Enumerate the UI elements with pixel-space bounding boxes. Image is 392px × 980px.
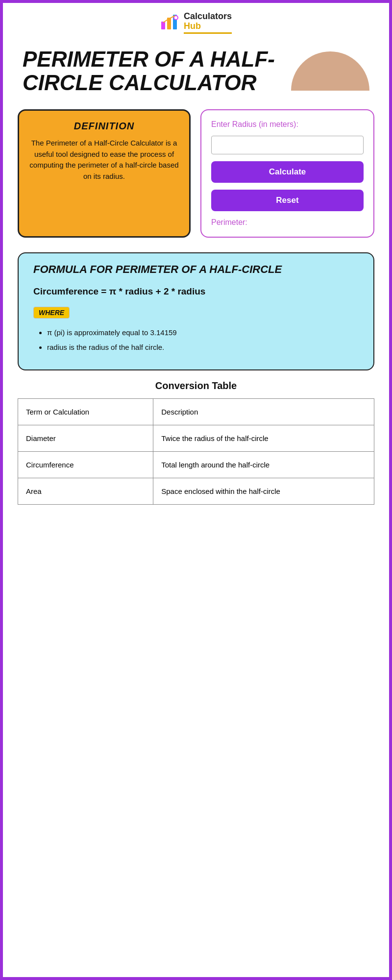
conversion-table: Term or Calculation Description Diameter… [18, 398, 374, 505]
formula-section: FORMULA FOR PERIMETER OF A HALF-CIRCLE C… [18, 252, 374, 370]
row2-desc: Total length around the half-circle [153, 451, 374, 478]
header-desc: Description [153, 398, 374, 425]
svg-rect-0 [161, 22, 165, 29]
row2-term: Circumference [18, 451, 153, 478]
title-section: PERIMETER OF A HALF-CIRCLE CALCULATOR [3, 39, 389, 100]
where-badge: WHERE [33, 307, 70, 318]
logo-text: Calculators Hub [184, 12, 232, 34]
row3-desc: Space enclosed within the half-circle [153, 478, 374, 504]
page-title: PERIMETER OF A HALF-CIRCLE CALCULATOR [23, 48, 281, 95]
row1-term: Diameter [18, 425, 153, 451]
formula-heading: FORMULA FOR PERIMETER OF A HALF-CIRCLE [33, 263, 359, 276]
formula-bullet-1: π (pi) is approximately equal to 3.14159 [47, 325, 359, 340]
row1-desc: Twice the radius of the half-circle [153, 425, 374, 451]
table-row: Area Space enclosed within the half-circ… [18, 478, 374, 504]
formula-list: π (pi) is approximately equal to 3.14159… [33, 325, 359, 355]
table-row: Circumference Total length around the ha… [18, 451, 374, 478]
logo-calculators-text: Calculators [184, 12, 232, 22]
half-circle-decoration [291, 51, 369, 91]
calculator-box: Enter Radius (in meters): Calculate Rese… [200, 109, 374, 238]
header: Calculators Hub [3, 3, 389, 39]
svg-point-4 [174, 16, 177, 19]
row3-term: Area [18, 478, 153, 504]
logo-icon [160, 13, 180, 32]
definition-heading: DEFINITION [28, 121, 180, 132]
table-row: Diameter Twice the radius of the half-ci… [18, 425, 374, 451]
definition-text: The Perimeter of a Half-Circle Calculato… [28, 138, 180, 182]
formula-equation: Circumference = π * radius + 2 * radius [33, 286, 359, 297]
definition-box: DEFINITION The Perimeter of a Half-Circl… [18, 109, 191, 238]
logo-underline [184, 32, 232, 34]
formula-bullet-2: radius is the radius of the half circle. [47, 340, 359, 355]
radius-input[interactable] [211, 136, 364, 154]
perimeter-result: Perimeter: [211, 218, 364, 227]
reset-button[interactable]: Reset [211, 190, 364, 211]
main-content: DEFINITION The Perimeter of a Half-Circl… [3, 99, 389, 247]
table-header-row: Term or Calculation Description [18, 398, 374, 425]
conversion-title: Conversion Table [18, 380, 374, 392]
conversion-section: Conversion Table Term or Calculation Des… [18, 380, 374, 505]
radius-label: Enter Radius (in meters): [211, 120, 364, 129]
logo-hub-text: Hub [184, 22, 232, 31]
calculate-button[interactable]: Calculate [211, 161, 364, 183]
header-term: Term or Calculation [18, 398, 153, 425]
